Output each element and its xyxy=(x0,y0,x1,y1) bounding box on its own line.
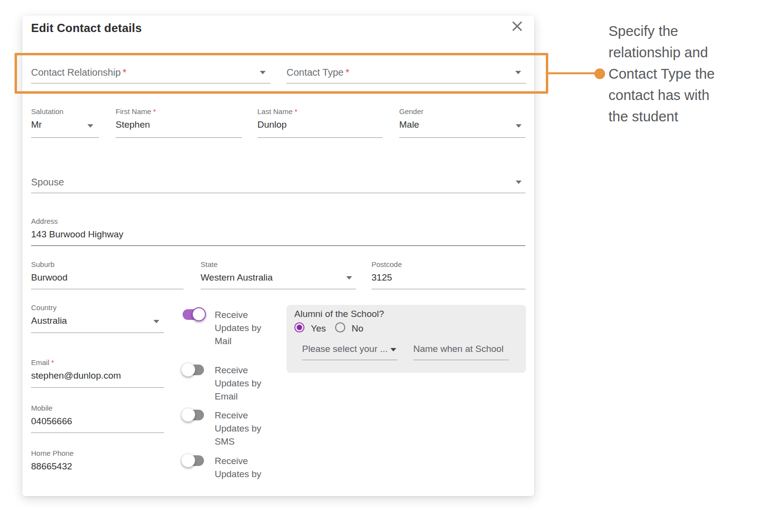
close-icon xyxy=(509,18,525,34)
home-phone-value: 88665432 xyxy=(31,461,72,472)
annotation-line: contact has with xyxy=(608,84,759,106)
dropdown-arrow-icon xyxy=(516,181,522,184)
receive-updates-phone-label: Receive Updates by xyxy=(215,454,272,481)
state-label: State xyxy=(201,260,356,268)
receive-updates-sms-label: Receive Updates by SMS xyxy=(215,409,272,448)
address-field[interactable]: Address 143 Burwood Highway xyxy=(31,216,525,246)
alumni-no-radio[interactable] xyxy=(335,322,345,332)
country-label: Country xyxy=(31,303,164,312)
contact-relationship-label: Contact Relationship* xyxy=(31,67,270,78)
suburb-field[interactable]: Suburb Burwood xyxy=(31,259,184,289)
country-value: Australia xyxy=(31,316,67,326)
email-label: Email* xyxy=(31,358,164,366)
dropdown-arrow-icon xyxy=(260,71,266,74)
toggle-thumb xyxy=(181,408,195,422)
state-select[interactable]: State Western Australia xyxy=(201,259,356,289)
last-name-field[interactable]: Last Name* Dunlop xyxy=(257,106,383,138)
annotation-text: Specify the relationship and Contact Typ… xyxy=(608,20,759,127)
salutation-value: Mr xyxy=(31,119,42,130)
close-button[interactable] xyxy=(509,18,525,34)
last-name-value: Dunlop xyxy=(257,119,287,130)
dropdown-arrow-icon xyxy=(516,124,522,128)
page: Edit Contact details Contact Relationshi… xyxy=(0,0,777,532)
last-name-label: Last Name* xyxy=(257,107,383,116)
receive-updates-email-label: Receive Updates by Email xyxy=(215,364,272,403)
email-field[interactable]: Email* stephen@dunlop.com xyxy=(31,357,164,388)
gender-label: Gender xyxy=(399,107,525,116)
annotation-line: Specify the xyxy=(608,20,759,42)
annotation-line: relationship and xyxy=(608,42,759,63)
state-value: Western Australia xyxy=(201,272,273,283)
alumni-no-label: No xyxy=(352,323,363,334)
spouse-select[interactable]: Spouse xyxy=(31,174,525,193)
edit-contact-modal: Edit Contact details Contact Relationshi… xyxy=(22,16,534,496)
callout-connector-dot xyxy=(594,68,605,79)
gender-select[interactable]: Gender Male xyxy=(399,106,525,138)
suburb-value: Burwood xyxy=(31,272,68,283)
modal-title: Edit Contact details xyxy=(31,21,142,35)
contact-relationship-select[interactable]: Contact Relationship* xyxy=(31,64,270,83)
alumni-name-placeholder: Name when at School xyxy=(413,344,509,354)
contact-type-label: Contact Type* xyxy=(287,67,526,78)
mobile-field[interactable]: Mobile 04056666 xyxy=(31,402,164,433)
country-select[interactable]: Country Australia xyxy=(31,302,164,333)
address-label: Address xyxy=(31,217,525,225)
alumni-yes-radio[interactable] xyxy=(294,322,304,332)
salutation-select[interactable]: Salutation Mr xyxy=(31,106,99,138)
home-phone-label: Home Phone xyxy=(31,449,164,457)
first-name-value: Stephen xyxy=(116,119,150,130)
dropdown-arrow-icon xyxy=(153,320,159,323)
receive-updates-phone-toggle[interactable] xyxy=(181,453,207,468)
dropdown-arrow-icon xyxy=(346,276,352,280)
alumni-year-select[interactable]: Please select your ... xyxy=(302,341,397,360)
alumni-yes-label: Yes xyxy=(311,323,326,334)
annotation-line: the student xyxy=(608,106,759,127)
postcode-label: Postcode xyxy=(372,260,525,268)
postcode-field[interactable]: Postcode 3125 xyxy=(372,259,525,289)
alumni-year-placeholder: Please select your ... xyxy=(302,344,397,354)
annotation-line: Contact Type the xyxy=(608,63,759,84)
toggle-thumb xyxy=(181,363,195,377)
salutation-label: Salutation xyxy=(31,107,99,116)
spouse-label: Spouse xyxy=(31,177,525,188)
receive-updates-sms-toggle[interactable] xyxy=(181,407,207,423)
toggle-thumb xyxy=(192,307,206,321)
callout-connector-line xyxy=(548,72,596,74)
dropdown-arrow-icon xyxy=(87,124,93,128)
dropdown-arrow-icon xyxy=(515,71,521,74)
suburb-label: Suburb xyxy=(31,260,184,268)
home-phone-field[interactable]: Home Phone 88665432 xyxy=(31,448,164,478)
gender-value: Male xyxy=(399,119,419,130)
address-value: 143 Burwood Highway xyxy=(31,229,123,240)
alumni-panel: Alumni of the School? Yes No Please sele… xyxy=(287,305,526,373)
email-value: stephen@dunlop.com xyxy=(31,370,121,381)
receive-updates-mail-toggle[interactable] xyxy=(181,307,207,322)
first-name-label: First Name* xyxy=(116,107,242,116)
receive-updates-email-toggle[interactable] xyxy=(181,362,207,378)
first-name-field[interactable]: First Name* Stephen xyxy=(116,106,242,138)
toggle-thumb xyxy=(181,453,195,467)
receive-updates-mail-label: Receive Updates by Mail xyxy=(215,308,272,348)
alumni-name-input[interactable]: Name when at School xyxy=(413,341,509,360)
mobile-label: Mobile xyxy=(31,404,164,412)
contact-type-select[interactable]: Contact Type* xyxy=(287,64,526,83)
postcode-value: 3125 xyxy=(372,272,392,283)
mobile-value: 04056666 xyxy=(31,416,72,427)
alumni-question: Alumni of the School? xyxy=(294,309,384,319)
dropdown-arrow-icon xyxy=(390,348,396,351)
